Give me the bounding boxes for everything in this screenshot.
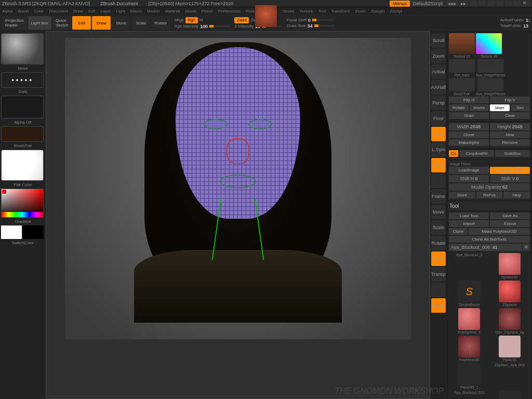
- tool-thumb[interactable]: [458, 363, 480, 385]
- texture-thumb[interactable]: [477, 59, 503, 73]
- grad-button[interactable]: Grad: [449, 112, 489, 119]
- tool-thumb[interactable]: [458, 308, 480, 330]
- main-color-swatch[interactable]: [1, 225, 22, 239]
- loadimage-button[interactable]: LoadImage: [449, 167, 489, 174]
- nav-left-icon[interactable]: ◂◂◂: [446, 1, 458, 7]
- opacity-field[interactable]: Model Opacity 62: [449, 183, 530, 191]
- rgb-toggle[interactable]: Rgb: [185, 17, 198, 23]
- makealpha-button[interactable]: MakeAlpha: [449, 139, 489, 146]
- saveas-button[interactable]: Save As: [490, 212, 530, 219]
- tool-thumb[interactable]: [499, 253, 521, 275]
- switch-color-button[interactable]: SwitchColor: [1, 240, 45, 246]
- menu-marker[interactable]: Marker: [147, 9, 160, 14]
- xyz-button[interactable]: xXYZ: [431, 158, 446, 172]
- window-icon[interactable]: [470, 1, 477, 7]
- color-picker[interactable]: [1, 189, 44, 218]
- menu-texture[interactable]: Texture: [300, 9, 313, 14]
- alpha-preview[interactable]: [1, 96, 44, 118]
- makepoly-button[interactable]: Make PolyMesh3D: [469, 228, 530, 235]
- texture-thumb[interactable]: [477, 78, 503, 91]
- rotate-tool-button[interactable]: Rotate: [431, 236, 446, 250]
- draw-size-value[interactable]: 34: [308, 23, 313, 29]
- menu-zscript[interactable]: Zscript: [390, 9, 402, 14]
- persp-button[interactable]: Persp: [431, 96, 446, 110]
- menu-transform[interactable]: Transform: [331, 9, 350, 14]
- menu-preferences[interactable]: Preferences: [218, 9, 241, 14]
- texture-thumb[interactable]: [449, 33, 475, 54]
- remove-button[interactable]: Remove: [490, 139, 530, 146]
- floor-button[interactable]: Floor: [431, 111, 446, 126]
- rgb-intensity-slider[interactable]: [209, 25, 230, 27]
- focal-shift-slider[interactable]: [312, 19, 333, 21]
- scale-tool-button[interactable]: Scale: [431, 220, 446, 235]
- invers-button[interactable]: Invers: [470, 104, 489, 111]
- shifth-field[interactable]: Shift H 0: [449, 175, 489, 182]
- texture-tool-button[interactable]: [431, 283, 446, 297]
- minimize-icon[interactable]: [505, 1, 512, 7]
- focal-shift-value[interactable]: 0: [308, 18, 311, 23]
- lightbox-button[interactable]: Light Box: [28, 16, 51, 30]
- rotate-button[interactable]: Rotate: [449, 104, 469, 111]
- local-button[interactable]: Local: [431, 127, 446, 141]
- flipv-button[interactable]: Flip V: [490, 97, 530, 103]
- sec-button[interactable]: Sec: [511, 104, 530, 111]
- stroke-preview[interactable]: ●●●●●: [1, 72, 44, 88]
- tool-thumb[interactable]: [499, 336, 521, 357]
- fliph-button[interactable]: Flip H: [449, 97, 489, 103]
- viewport[interactable]: [65, 38, 411, 339]
- menu-stroke[interactable]: Stroke: [282, 9, 294, 14]
- close-icon[interactable]: ✕: [523, 1, 530, 7]
- tool-panel-header[interactable]: Tool: [448, 202, 531, 210]
- menu-document[interactable]: Document: [49, 9, 68, 14]
- move-button[interactable]: Move: [112, 16, 130, 30]
- texture-thumb[interactable]: [449, 59, 475, 73]
- loadtool-button[interactable]: Load Tool: [449, 212, 489, 219]
- mesh-head[interactable]: [176, 47, 300, 219]
- menu-edit[interactable]: Edit: [88, 9, 96, 14]
- width-field[interactable]: Width 2048: [449, 123, 489, 130]
- quicksketch-button[interactable]: Quick Sketch: [52, 16, 71, 30]
- new-button[interactable]: New: [490, 131, 530, 138]
- zadd-toggle[interactable]: Zadd: [234, 17, 249, 23]
- menu-tool[interactable]: Tool: [318, 9, 326, 14]
- tool-thumb[interactable]: [499, 308, 521, 330]
- clone-tool-button[interactable]: Clone: [449, 228, 468, 235]
- transp-button[interactable]: Transp: [431, 267, 446, 282]
- r-button[interactable]: R: [523, 244, 530, 251]
- tool-thumb[interactable]: [458, 336, 480, 357]
- store-button[interactable]: Store: [449, 192, 475, 198]
- menu-layer[interactable]: Layer: [100, 9, 111, 14]
- m-toggle[interactable]: M: [200, 18, 203, 22]
- menu-zoom[interactable]: Zoom: [355, 9, 366, 14]
- canvas[interactable]: [46, 31, 430, 399]
- edit-button[interactable]: Edit: [72, 16, 91, 30]
- rotate-button[interactable]: Rotate: [151, 16, 170, 30]
- tool-thumb[interactable]: [499, 281, 521, 302]
- menu-material[interactable]: Material: [165, 9, 180, 14]
- menu-movie[interactable]: Movie: [185, 9, 196, 14]
- secondary-color-swatch[interactable]: [23, 225, 44, 239]
- brush-preview[interactable]: [1, 33, 44, 64]
- menu-alpha[interactable]: Alpha: [2, 9, 12, 14]
- cc-button[interactable]: Cc: [449, 150, 458, 157]
- actual-button[interactable]: Actual: [431, 64, 446, 79]
- lasso-button[interactable]: Lasso: [431, 298, 446, 313]
- menu-zplugin[interactable]: Zplugin: [371, 9, 384, 14]
- current-tool[interactable]: Aya_Blockout_006. 41: [449, 244, 522, 251]
- texture-preview[interactable]: [1, 126, 44, 142]
- import-button[interactable]: Import: [449, 220, 489, 227]
- scale-button[interactable]: Scale: [131, 16, 150, 30]
- menu-color[interactable]: Color: [34, 9, 44, 14]
- material-preview[interactable]: [1, 150, 44, 181]
- imgsize-field[interactable]: ImgSize 100: [490, 167, 530, 174]
- rgb-intensity-value[interactable]: 100: [200, 24, 208, 29]
- draw-button[interactable]: Draw: [92, 16, 111, 30]
- window-icon[interactable]: [496, 1, 503, 7]
- height-field[interactable]: Height 2048: [490, 123, 530, 130]
- window-icon[interactable]: [487, 1, 495, 7]
- menu-light[interactable]: Light: [116, 9, 125, 14]
- window-icon[interactable]: [478, 1, 486, 7]
- texture-thumb[interactable]: [476, 33, 502, 54]
- lsym-button[interactable]: L.Sym: [431, 142, 446, 157]
- menu-macro[interactable]: Macro: [130, 9, 142, 14]
